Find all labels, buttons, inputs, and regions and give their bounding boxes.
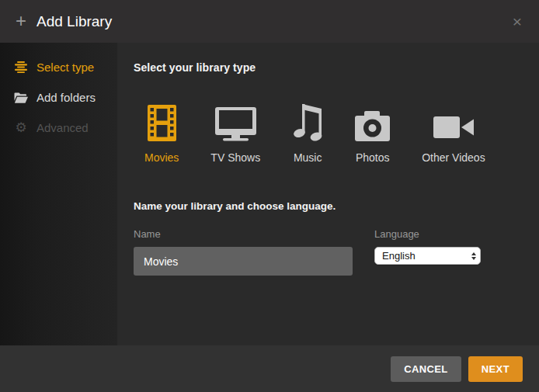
sidebar-item-label: Advanced — [37, 121, 89, 134]
library-type-other-videos[interactable]: Other Videos — [422, 101, 485, 164]
dialog-title: Add Library — [37, 13, 112, 30]
next-button[interactable]: NEXT — [468, 356, 523, 382]
section-title: Select your library type — [134, 61, 520, 74]
sidebar-item-advanced[interactable]: ⚙ Advanced — [0, 113, 117, 143]
name-field-group: Name — [134, 228, 353, 276]
library-type-tv-shows[interactable]: TV Shows — [210, 101, 260, 164]
language-select[interactable]: English — [374, 247, 481, 265]
dialog-body: Select type Add folders ⚙ Advanced Selec… — [0, 43, 539, 345]
tv-icon — [215, 101, 256, 141]
language-field-group: Language English — [374, 228, 481, 276]
library-type-icon — [14, 61, 28, 73]
library-type-music[interactable]: Music — [292, 101, 323, 164]
name-section-title: Name your library and choose language. — [134, 200, 520, 212]
library-type-label: Music — [294, 151, 322, 164]
language-select-value: English — [382, 250, 416, 262]
dialog-header: + Add Library × — [0, 0, 539, 43]
folder-icon — [14, 92, 28, 103]
name-field-label: Name — [134, 228, 353, 240]
form-row: Name Language English — [134, 228, 520, 276]
close-icon[interactable]: × — [511, 12, 523, 31]
name-input[interactable] — [134, 247, 353, 276]
library-type-label: Other Videos — [422, 151, 485, 164]
sidebar: Select type Add folders ⚙ Advanced — [0, 43, 117, 345]
sidebar-item-add-folders[interactable]: Add folders — [0, 82, 117, 113]
library-type-label: Movies — [144, 151, 179, 164]
library-type-row: Movies TV Shows — [134, 101, 520, 164]
video-camera-icon — [433, 101, 474, 141]
cancel-button[interactable]: CANCEL — [391, 356, 461, 382]
library-type-movies[interactable]: Movies — [144, 101, 179, 164]
library-type-photos[interactable]: Photos — [355, 101, 390, 164]
film-strip-icon — [148, 101, 176, 141]
sidebar-item-select-type[interactable]: Select type — [0, 52, 117, 82]
main-content: Select your library type — [117, 43, 539, 345]
sidebar-item-label: Select type — [37, 61, 94, 74]
language-field-label: Language — [374, 228, 481, 240]
music-note-icon — [292, 101, 323, 141]
library-type-label: Photos — [356, 151, 390, 164]
dialog-footer: CANCEL NEXT — [0, 345, 539, 392]
gear-icon: ⚙ — [14, 121, 28, 134]
plus-icon: + — [16, 12, 26, 30]
add-library-dialog: + Add Library × Select type — [0, 0, 539, 392]
library-type-label: TV Shows — [210, 151, 260, 164]
select-stepper-icon — [471, 252, 476, 260]
camera-icon — [355, 101, 390, 141]
sidebar-item-label: Add folders — [37, 91, 96, 104]
